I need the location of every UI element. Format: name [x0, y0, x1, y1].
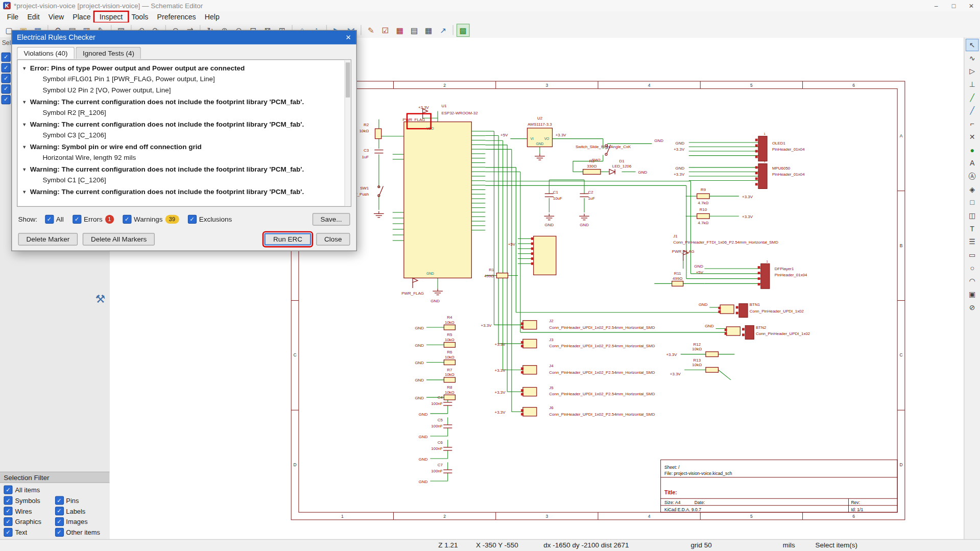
tab-violations[interactable]: Violations (40): [17, 47, 75, 59]
toggle-cursor-icon[interactable]: ✓: [1, 74, 10, 83]
violation-detail[interactable]: Symbol U2 Pin 2 [VO, Power output, Line]: [17, 85, 350, 96]
violation-row[interactable]: ▾Warning: The current configuration does…: [17, 118, 350, 130]
expander-icon[interactable]: ▾: [21, 99, 28, 105]
filter-row: ✓All✓Errors1✓Warnings39✓Exclusions: [45, 215, 232, 224]
selection-filter-all-items[interactable]: ✓All items: [4, 486, 55, 494]
selection-filter-other-items[interactable]: ✓Other items: [55, 528, 106, 537]
violation-detail[interactable]: Symbol C1 [C_1206]: [17, 175, 350, 186]
expander-icon[interactable]: ▾: [21, 166, 28, 172]
schematic-label: Conn_PinHeader_UPDI_1x02: [750, 309, 804, 314]
svg-text:2: 2: [443, 514, 446, 519]
add-symbol-icon[interactable]: ▷: [966, 65, 979, 77]
highlight-net-icon[interactable]: ∿: [966, 52, 979, 64]
add-arc-icon[interactable]: ◠: [966, 275, 979, 287]
no-connect-icon[interactable]: ✕: [966, 131, 979, 143]
select-tool-icon[interactable]: ↖: [966, 39, 979, 51]
expander-icon[interactable]: ▾: [21, 65, 28, 71]
selection-filter-pins[interactable]: ✓Pins: [55, 496, 106, 505]
violation-detail[interactable]: Symbol #FLG01 Pin 1 [PWR_FLAG, Power out…: [17, 74, 350, 85]
expander-icon[interactable]: ▾: [21, 122, 28, 127]
selection-filter-row: ✓Graphics✓Images: [4, 517, 106, 526]
menu-item-help[interactable]: Help: [200, 12, 224, 21]
wire-bus-entry-icon[interactable]: ⌐: [966, 117, 979, 130]
erc-dialog-titlebar[interactable]: Electrical Rules Checker ✕: [12, 31, 356, 44]
schematic-label: 10kΩ: [445, 338, 455, 342]
filter-warnings[interactable]: ✓Warnings39: [123, 215, 179, 224]
toggle-hidden-pins-icon[interactable]: ✓: [1, 84, 10, 93]
selection-filter-text[interactable]: ✓Text: [4, 528, 55, 537]
scrollbar[interactable]: [344, 60, 350, 206]
violation-row[interactable]: ▾Warning: The current configuration does…: [17, 186, 350, 198]
delete-all-markers-button[interactable]: Delete All Markers: [83, 233, 155, 245]
menu-item-inspect[interactable]: Inspect: [95, 12, 127, 21]
edit-symbol-fields-icon[interactable]: ▤: [408, 23, 421, 37]
schematic-label: R2: [364, 123, 369, 127]
run-erc-icon[interactable]: ☑: [379, 23, 392, 37]
violation-row[interactable]: ▾Warning: Symbol pin or wire end off con…: [17, 141, 350, 152]
save-button[interactable]: Save...: [313, 213, 350, 225]
global-label-icon[interactable]: Ⓐ: [966, 170, 979, 182]
violation-row[interactable]: ▾Error: Pins of type Power output and Po…: [17, 62, 350, 74]
menu-item-tools[interactable]: Tools: [127, 12, 153, 21]
selection-filter-wires[interactable]: ✓Wires: [4, 507, 55, 515]
minimize-button[interactable]: –: [927, 0, 945, 11]
menu-item-preferences[interactable]: Preferences: [153, 12, 200, 21]
hierarchical-label-icon[interactable]: ◈: [966, 183, 979, 195]
toggle-grid-icon[interactable]: ✓: [1, 53, 10, 62]
schematic-label: +3.3V: [666, 352, 677, 357]
violation-row[interactable]: ▾Warning: The current configuration does…: [17, 96, 350, 107]
draw-wire-icon[interactable]: ╱: [966, 91, 979, 104]
menu-item-place[interactable]: Place: [68, 12, 95, 21]
close-icon[interactable]: ✕: [346, 33, 351, 41]
delete-tool-icon[interactable]: ⊘: [966, 301, 979, 314]
menu-item-file[interactable]: File: [3, 12, 23, 21]
violation-detail[interactable]: Horizontal Wire, length 92 mils: [17, 153, 350, 164]
run-erc-button[interactable]: Run ERC: [265, 233, 311, 245]
schematic-label: J5: [549, 386, 554, 390]
menu-item-edit[interactable]: Edit: [23, 12, 44, 21]
schematic-label: GND: [426, 272, 434, 275]
violation-row[interactable]: ▾Warning: The current configuration does…: [17, 164, 350, 175]
selection-filter-images[interactable]: ✓Images: [55, 517, 106, 526]
add-image-icon[interactable]: ▣: [966, 288, 979, 300]
add-rectangle-icon[interactable]: ▭: [966, 249, 979, 261]
schematic-label: Rev:: [851, 500, 860, 505]
schematic-label: C3: [364, 148, 369, 153]
toggle-units-icon[interactable]: ✓: [1, 63, 10, 73]
export-icon[interactable]: ↗: [437, 23, 450, 37]
close-dialog-button[interactable]: Close: [316, 233, 350, 245]
delete-marker-button[interactable]: Delete Marker: [18, 233, 78, 245]
add-sheet-icon[interactable]: □: [966, 196, 979, 208]
assign-footprints-icon[interactable]: ▦: [393, 23, 407, 37]
filter-all[interactable]: ✓All: [45, 215, 64, 224]
toggle-free-angle-icon[interactable]: ✓: [1, 95, 10, 104]
maximize-button[interactable]: □: [945, 0, 962, 11]
draw-bus-icon[interactable]: ╱: [966, 104, 979, 116]
filter-exclusions[interactable]: ✓Exclusions: [188, 215, 232, 224]
filter-errors[interactable]: ✓Errors1: [73, 215, 114, 224]
add-textbox-icon[interactable]: ☰: [966, 235, 979, 248]
net-label-icon[interactable]: A: [966, 157, 979, 169]
close-button[interactable]: ✕: [963, 0, 980, 11]
open-pcb-editor-icon[interactable]: ▩: [457, 23, 470, 37]
expander-icon[interactable]: ▾: [21, 189, 28, 195]
violation-detail[interactable]: Symbol C3 [C_1206]: [17, 130, 350, 141]
violation-detail[interactable]: Symbol R2 [R_1206]: [17, 107, 350, 118]
add-text-icon[interactable]: T: [966, 223, 979, 235]
selection-filter-symbols[interactable]: ✓Symbols: [4, 496, 55, 505]
add-circle-icon[interactable]: ○: [966, 262, 979, 274]
tab-ignored-tests[interactable]: Ignored Tests (4): [76, 47, 141, 59]
violation-list[interactable]: ▾Error: Pins of type Power output and Po…: [17, 59, 351, 207]
add-power-icon[interactable]: ⊥: [966, 78, 979, 90]
junction-icon[interactable]: ●: [966, 143, 979, 156]
bom-icon[interactable]: ▦: [422, 23, 435, 37]
expander-icon[interactable]: ▾: [21, 144, 28, 150]
scrollbar-thumb[interactable]: [346, 62, 350, 98]
schematic-label: 100nF: [431, 446, 443, 451]
selection-filter-graphics[interactable]: ✓Graphics: [4, 517, 55, 526]
annotate-icon[interactable]: ✎: [365, 23, 378, 37]
schematic-label: R8: [447, 385, 452, 390]
sheet-pin-icon[interactable]: ◫: [966, 209, 979, 222]
selection-filter-labels[interactable]: ✓Labels: [55, 507, 106, 515]
menu-item-view[interactable]: View: [44, 12, 68, 21]
